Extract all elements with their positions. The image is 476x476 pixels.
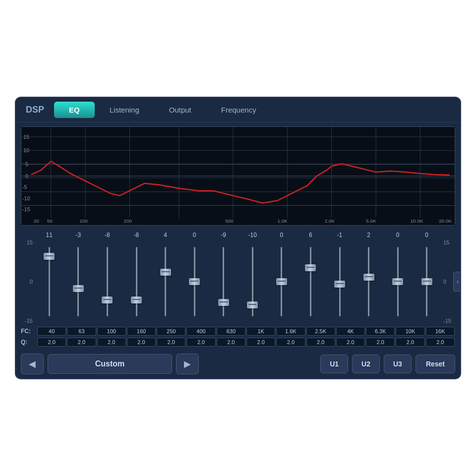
fader-col-8[interactable] (267, 239, 297, 324)
tab-output[interactable]: Output (154, 102, 206, 118)
fader-col-9[interactable] (296, 239, 325, 324)
fader-col-10[interactable] (325, 239, 355, 324)
tab-frequency[interactable]: Frequency (206, 102, 271, 118)
reset-button[interactable]: Reset (416, 355, 455, 373)
q-val-10[interactable]: 2.0 (336, 338, 365, 347)
fc-val-7[interactable]: 1K (246, 327, 275, 336)
tab-eq[interactable]: EQ (54, 102, 95, 118)
fader-val-7: -10 (238, 232, 267, 238)
q-val-6[interactable]: 2.0 (217, 338, 245, 347)
fc-val-9[interactable]: 2.5K (306, 327, 335, 336)
fader-val-10: -1 (325, 232, 354, 238)
fader-track-7 (252, 247, 253, 316)
fader-val-13: 0 (413, 232, 441, 238)
fc-cells: 40 63 100 160 250 400 630 1K 1.6K 2.5K 4… (37, 327, 455, 336)
fc-val-12[interactable]: 10K (396, 327, 424, 336)
q-val-4[interactable]: 2.0 (157, 338, 185, 347)
q-val-0[interactable]: 2.0 (37, 338, 66, 347)
fc-val-0[interactable]: 40 (37, 327, 66, 336)
next-button[interactable]: ▶ (176, 354, 199, 374)
q-val-11[interactable]: 2.0 (366, 338, 395, 347)
fader-thumb-13[interactable] (421, 278, 432, 285)
svg-text:1.0K: 1.0K (277, 218, 288, 224)
fc-val-3[interactable]: 160 (127, 327, 156, 336)
fader-thumb-3[interactable] (131, 297, 142, 303)
fader-thumb-9[interactable] (305, 264, 316, 271)
fader-thumb-8[interactable] (276, 278, 287, 285)
fader-col-5[interactable] (180, 239, 209, 324)
fader-track-12 (397, 247, 399, 316)
fader-track-13 (426, 247, 427, 316)
fader-val-0: 11 (35, 232, 63, 238)
header: DSP EQ Listening Output Frequency (16, 98, 460, 122)
fader-thumb-5[interactable] (189, 278, 200, 285)
u2-button[interactable]: U2 (352, 355, 380, 373)
svg-text:50: 50 (47, 218, 53, 224)
fader-thumb-1[interactable] (73, 285, 84, 292)
faders-inner (35, 239, 441, 324)
svg-text:2.0K: 2.0K (325, 218, 335, 224)
fader-col-1[interactable] (64, 239, 93, 324)
fc-val-10[interactable]: 4K (336, 327, 365, 336)
q-val-3[interactable]: 2.0 (127, 338, 156, 347)
q-val-13[interactable]: 2.0 (426, 338, 455, 347)
fader-col-11[interactable] (354, 239, 383, 324)
fc-val-2[interactable]: 100 (97, 327, 126, 336)
fc-val-5[interactable]: 400 (186, 327, 215, 336)
q-val-5[interactable]: 2.0 (186, 338, 215, 347)
svg-text:15: 15 (23, 134, 29, 140)
fc-val-4[interactable]: 250 (157, 327, 185, 336)
fader-col-12[interactable] (383, 239, 413, 324)
svg-text:500: 500 (225, 218, 234, 224)
fader-col-7[interactable] (238, 239, 267, 324)
fc-val-11[interactable]: 6.3K (366, 327, 395, 336)
q-val-8[interactable]: 2.0 (276, 338, 305, 347)
fader-col-2[interactable] (93, 239, 122, 324)
fader-track-10 (339, 247, 341, 316)
fader-col-13[interactable] (413, 239, 442, 324)
fc-val-1[interactable]: 63 (67, 327, 96, 336)
expand-icon[interactable]: › (453, 272, 461, 292)
q-val-12[interactable]: 2.0 (396, 338, 424, 347)
fader-thumb-7[interactable] (247, 301, 258, 308)
fader-col-3[interactable] (122, 239, 151, 324)
eq-graph[interactable]: 15 10 5 0 -5 -10 -15 20 50 100 200 500 1… (21, 126, 455, 226)
scale-top-left: 15 (27, 239, 33, 245)
scale-top-right: 15 (443, 239, 449, 245)
fader-col-4[interactable] (151, 239, 180, 324)
fader-track-0 (49, 247, 50, 316)
fc-val-8[interactable]: 1.6K (276, 327, 305, 336)
fader-thumb-6[interactable] (218, 299, 229, 306)
u1-button[interactable]: U1 (320, 355, 348, 373)
fader-thumb-2[interactable] (102, 297, 113, 303)
svg-text:10: 10 (23, 147, 29, 153)
preset-label: Custom (48, 354, 172, 374)
fader-thumb-4[interactable] (160, 269, 171, 276)
u3-button[interactable]: U3 (384, 355, 412, 373)
fader-thumb-12[interactable] (392, 278, 403, 285)
q-val-9[interactable]: 2.0 (306, 338, 335, 347)
fader-col-0[interactable] (35, 239, 64, 324)
scale-mid-left: 0 (30, 279, 33, 285)
fader-thumb-11[interactable] (363, 274, 374, 281)
fader-col-6[interactable] (209, 239, 238, 324)
svg-text:100: 100 (79, 218, 88, 224)
fader-value-cells: 11 -3 -8 -8 4 0 -9 -10 0 6 -1 2 0 0 (35, 232, 441, 238)
fader-track-6 (223, 247, 224, 316)
q-val-7[interactable]: 2.0 (246, 338, 275, 347)
prev-button[interactable]: ◀ (21, 354, 44, 374)
fader-track-8 (281, 247, 282, 316)
svg-text:200: 200 (124, 218, 132, 224)
q-row: Q: 2.0 2.0 2.0 2.0 2.0 2.0 2.0 2.0 2.0 2… (21, 338, 455, 347)
fader-track-5 (194, 247, 195, 316)
q-val-2[interactable]: 2.0 (97, 338, 126, 347)
svg-text:10.0K: 10.0K (411, 218, 423, 224)
fader-val-1: -3 (64, 232, 93, 238)
svg-text:-15: -15 (22, 206, 30, 212)
fc-val-13[interactable]: 16K (426, 327, 455, 336)
fc-val-6[interactable]: 630 (217, 327, 245, 336)
fader-thumb-0[interactable] (44, 253, 55, 260)
tab-listening[interactable]: Listening (95, 102, 154, 118)
q-val-1[interactable]: 2.0 (67, 338, 96, 347)
fader-thumb-10[interactable] (334, 281, 345, 288)
